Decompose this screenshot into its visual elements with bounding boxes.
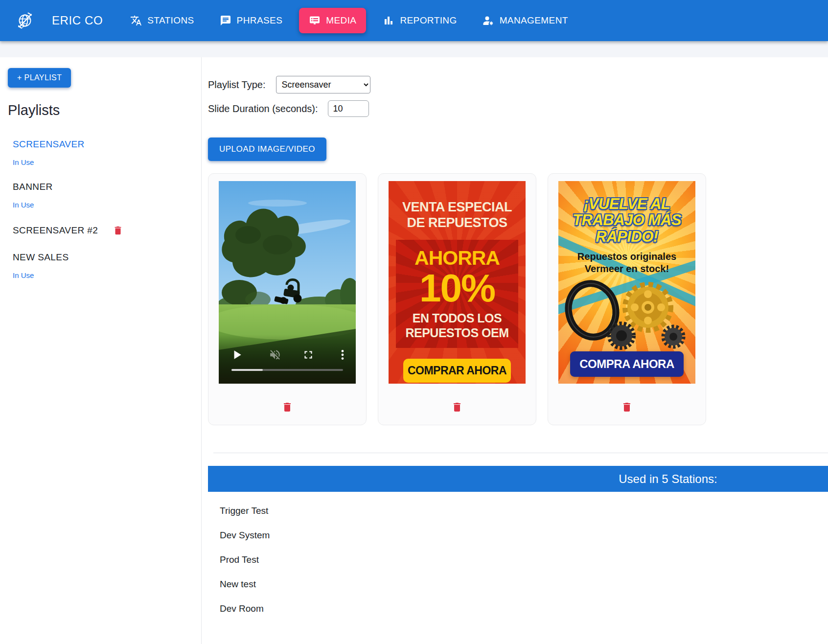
in-use-label: In Use (13, 158, 193, 166)
in-use-label: In Use (13, 271, 193, 279)
ad-title-line: VENTA ESPECIAL (402, 200, 512, 215)
section-divider (213, 453, 828, 453)
list-item: NEW SALES In Use (13, 252, 193, 279)
trash-icon (451, 400, 463, 414)
sidebar-title: Playlists (8, 102, 193, 118)
table-row: Dev Room (208, 597, 828, 621)
ad-image-venta-especial[interactable]: VENTA ESPECIAL DE REPUESTOS AHORRA 10% E… (389, 181, 526, 384)
stations-header-bar: Used in 5 Stations: (208, 466, 828, 492)
ad-cta-button: COMPRAR AHORA (403, 359, 511, 383)
nav-label: PHRASES (237, 15, 283, 26)
person-gear-icon (483, 15, 494, 26)
table-row: Prod Test (208, 548, 828, 572)
nav-label: MANAGEMENT (500, 15, 568, 26)
ad-inner-panel: AHORRA 10% EN TODOS LOS REPUESTOS OEM (396, 240, 518, 348)
nav-item-management[interactable]: MANAGEMENT (474, 9, 577, 32)
ad-sub-line: Repuestos originales (577, 251, 676, 263)
delete-media-button[interactable] (281, 400, 293, 414)
media-card-video (208, 173, 367, 425)
stations-list: Trigger Test Dev System Prod Test New te… (208, 499, 828, 621)
nav-item-media[interactable]: MEDIA (299, 8, 366, 33)
ad-title-line: RÁPIDO! (573, 229, 681, 245)
ad-title-line: ¡VUELVE AL (573, 196, 681, 212)
ad-title-line: TRABAJO MÁS (573, 212, 681, 228)
ad-sub-line: REPUESTOS OEM (396, 325, 518, 340)
playlist-list: SCREENSAVER In Use BANNER In Use SCREENS… (8, 139, 193, 279)
video-progress-fill (231, 369, 263, 371)
ad-title-line: DE REPUESTOS (402, 215, 512, 231)
chat-bubble-icon (220, 15, 231, 26)
brand-title: ERIC CO (52, 14, 103, 27)
more-options-icon[interactable] (336, 348, 349, 361)
in-use-label: In Use (13, 201, 193, 209)
playlist-detail-panel: Playlist Type: Screensaver Slide Duratio… (202, 57, 828, 644)
main-nav: STATIONS PHRASES MEDIA REPORTING (117, 8, 581, 33)
playlist-link-new-sales[interactable]: NEW SALES (13, 252, 69, 263)
video-progress-bar[interactable] (231, 369, 343, 371)
media-card-ad-red: VENTA ESPECIAL DE REPUESTOS AHORRA 10% E… (378, 173, 536, 425)
playlist-link-banner[interactable]: BANNER (13, 182, 53, 192)
playlist-link-screensaver[interactable]: SCREENSAVER (13, 139, 85, 150)
page-content: + PLAYLIST Playlists SCREENSAVER In Use … (0, 57, 828, 644)
delete-playlist-button[interactable] (113, 224, 123, 237)
gears-parts-illustration (562, 277, 692, 350)
slide-duration-label: Slide Duration (seconds): (208, 103, 318, 115)
playlist-type-label: Playlist Type: (208, 79, 265, 91)
nav-label: REPORTING (400, 15, 457, 26)
playlist-type-select[interactable]: Screensaver (276, 76, 370, 93)
delete-media-button[interactable] (621, 400, 633, 414)
playlists-sidebar: + PLAYLIST Playlists SCREENSAVER In Use … (0, 57, 202, 644)
nav-item-reporting[interactable]: REPORTING (374, 9, 465, 32)
stations-section: Used in 5 Stations: (208, 466, 828, 492)
video-player[interactable] (219, 181, 356, 384)
delete-media-button[interactable] (451, 400, 463, 414)
upload-media-button[interactable]: UPLOAD IMAGE/VIDEO (208, 138, 326, 161)
nav-item-stations[interactable]: STATIONS (121, 9, 203, 32)
playlist-link-screensaver-2[interactable]: SCREENSAVER #2 (13, 225, 98, 236)
nav-item-phrases[interactable]: PHRASES (211, 9, 292, 32)
ad-sub-line: EN TODOS LOS (396, 311, 518, 325)
ad-percent: 10% (396, 270, 518, 307)
add-playlist-button[interactable]: + PLAYLIST (8, 68, 71, 88)
top-navbar: ERIC CO STATIONS PHRASES MEDIA (0, 0, 828, 41)
ad-cta-button: COMPRA AHORA (570, 351, 684, 377)
translate-icon (130, 15, 142, 26)
trash-icon (621, 400, 633, 414)
media-card-list: VENTA ESPECIAL DE REPUESTOS AHORRA 10% E… (208, 173, 828, 425)
play-icon[interactable] (230, 348, 243, 361)
table-row: Dev System (208, 523, 828, 548)
list-item: SCREENSAVER #2 (13, 224, 193, 237)
nav-label: STATIONS (147, 15, 194, 26)
ad-image-vuelve-al-trabajo[interactable]: ¡VUELVE AL TRABAJO MÁS RÁPIDO! Repuestos… (558, 181, 695, 384)
list-item: BANNER In Use (13, 182, 193, 209)
bar-chart-icon (383, 15, 394, 26)
globe-chat-logo-icon (14, 9, 36, 32)
nav-label: MEDIA (326, 15, 356, 26)
subheader-strip (0, 41, 828, 57)
slide-duration-input[interactable] (328, 100, 369, 117)
table-row: New test (208, 572, 828, 597)
trash-icon (113, 224, 123, 237)
stations-header-label: Used in 5 Stations: (619, 472, 717, 486)
media-screen-icon (309, 15, 321, 26)
ad-sub-line: Vermeer en stock! (577, 263, 676, 275)
mute-icon[interactable] (269, 348, 281, 361)
trash-icon (281, 400, 293, 414)
video-control-bar (219, 337, 356, 384)
list-item: SCREENSAVER In Use (13, 139, 193, 166)
table-row: Trigger Test (208, 499, 828, 523)
media-card-ad-orange: ¡VUELVE AL TRABAJO MÁS RÁPIDO! Repuestos… (548, 173, 706, 425)
fullscreen-icon[interactable] (302, 348, 315, 361)
